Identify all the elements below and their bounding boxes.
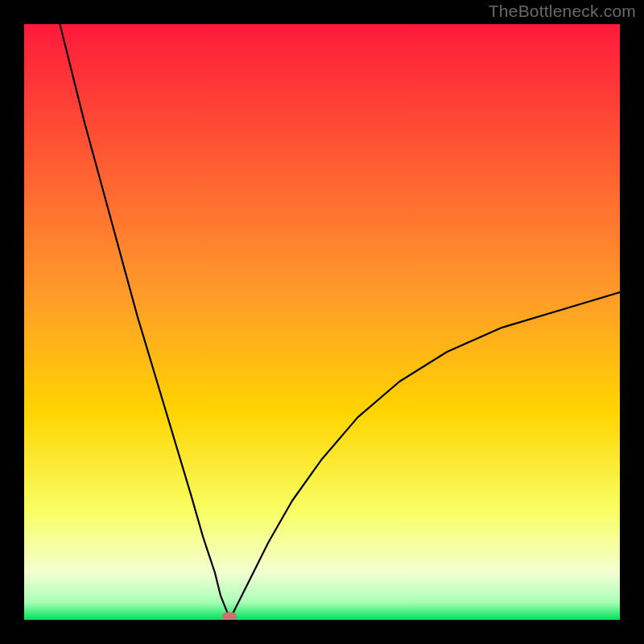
min-marker bbox=[222, 613, 237, 620]
chart-frame: TheBottleneck.com bbox=[0, 0, 644, 644]
watermark-text: TheBottleneck.com bbox=[489, 2, 636, 21]
plot-area bbox=[24, 24, 620, 620]
bottleneck-curve bbox=[24, 24, 620, 620]
